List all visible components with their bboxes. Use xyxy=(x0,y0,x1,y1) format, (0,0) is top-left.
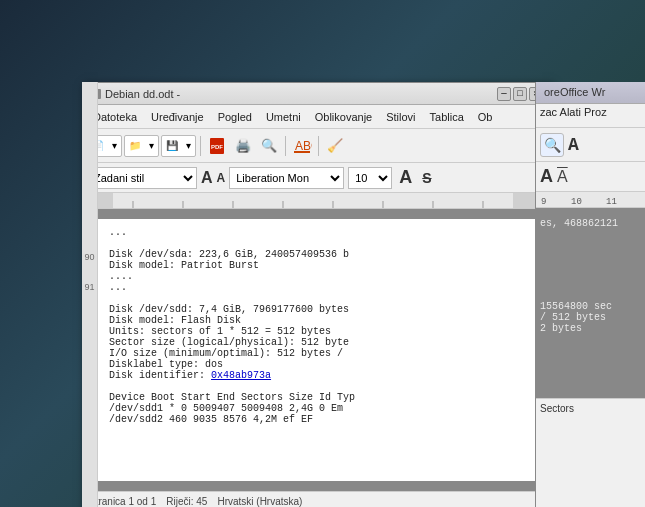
second-toolbar: 🔍 A xyxy=(536,128,645,162)
disk-id-link[interactable]: 0x48ab973a xyxy=(211,370,271,381)
second-line-1: es, 468862121 xyxy=(540,218,641,229)
doc-line-14: Disk identifier: 0x48ab973a xyxy=(109,370,525,381)
save-group: 💾 ▾ xyxy=(161,135,196,157)
svg-text:ABC: ABC xyxy=(295,139,312,153)
doc-line-4: Disk model: Patriot Burst xyxy=(109,260,525,271)
font-size-decrease[interactable]: A xyxy=(217,171,226,185)
second-line-3: / 512 bytes xyxy=(540,312,641,323)
second-ruler: 9 10 11 xyxy=(536,192,645,208)
svg-text:9: 9 xyxy=(541,197,546,207)
doc-line-1: ... xyxy=(109,227,525,238)
second-a2: A xyxy=(557,168,568,186)
doc-line-10: Units: sectors of 1 * 512 = 512 bytes xyxy=(109,326,525,337)
sectors-label-area: Sectors xyxy=(536,398,645,418)
svg-text:PDF: PDF xyxy=(211,144,223,150)
svg-text:11: 11 xyxy=(606,197,617,207)
menu-ob[interactable]: Ob xyxy=(472,109,499,125)
page-count: Stranica 1 od 1 xyxy=(89,496,156,507)
sectors-label: Sectors xyxy=(540,403,574,414)
status-bar: Stranica 1 od 1 Riječi: 45 Hrvatski (Hrv… xyxy=(83,491,551,507)
font-dropdown[interactable]: Liberation Mon xyxy=(229,167,344,189)
preview-button[interactable]: 🔍 xyxy=(257,134,281,158)
doc-table-row1: /dev/sdd1 * 0 5009407 5009408 2,4G 0 Em xyxy=(109,403,525,414)
doc-table-row2: /dev/sdd2 460 9035 8576 4,2M ef EF xyxy=(109,414,525,425)
word-count: Riječi: 45 xyxy=(166,496,207,507)
font-size-dropdown[interactable]: 10 xyxy=(348,167,392,189)
second-font-a: A xyxy=(568,135,579,155)
second-content: es, 468862121 15564800 sec / 512 bytes 2… xyxy=(536,208,645,398)
document-page[interactable]: ... Disk /dev/sda: 223,6 GiB, 2400574095… xyxy=(83,209,551,491)
spellcheck-button[interactable]: ABC xyxy=(290,134,314,158)
second-window-title: oreOffice Wr xyxy=(536,82,645,104)
line-num-1: 90 xyxy=(84,252,94,262)
doc-line-6: ... xyxy=(109,282,525,293)
format-bar: Zadani stil A A Liberation Mon 10 A S xyxy=(83,163,551,193)
menu-pogled[interactable]: Pogled xyxy=(212,109,258,125)
style-dropdown[interactable]: Zadani stil xyxy=(87,167,197,189)
open-file-button[interactable]: 📁 xyxy=(125,138,145,153)
window-title: Debian dd.odt - xyxy=(105,88,180,100)
menu-oblikovanje[interactable]: Oblikovanje xyxy=(309,109,378,125)
title-bar: Debian dd.odt - ─ □ ✕ xyxy=(83,83,551,105)
menu-tablica[interactable]: Tablica xyxy=(424,109,470,125)
font-size-increase[interactable]: A xyxy=(201,169,213,187)
toolbar-sep3 xyxy=(318,136,319,156)
language: Hrvatski (Hrvatska) xyxy=(217,496,302,507)
open-file-group: 📁 ▾ xyxy=(124,135,159,157)
toolbar-sep2 xyxy=(285,136,286,156)
page-content[interactable]: ... Disk /dev/sda: 223,6 GiB, 2400574095… xyxy=(93,219,541,481)
ruler xyxy=(83,193,551,209)
print-button[interactable]: 🖨️ xyxy=(231,134,255,158)
svg-rect-3 xyxy=(83,193,551,209)
line-num-2: 91 xyxy=(84,282,94,292)
menu-umetni[interactable]: Umetni xyxy=(260,109,307,125)
second-menu-bar: zac Alati Proz xyxy=(536,104,645,128)
doc-line-7 xyxy=(109,293,525,304)
doc-line-12: I/O size (minimum/optimal): 512 bytes / xyxy=(109,348,525,359)
doc-line-5: .... xyxy=(109,271,525,282)
toolbar: 📄 ▾ 📁 ▾ 💾 ▾ PDF 🖨️ 🔍 ABC 🧹 xyxy=(83,129,551,163)
menu-bar: Datoteka Uređivanje Pogled Umetni Obliko… xyxy=(83,105,551,129)
doc-table-headers: Device Boot Start End Sectors Size Id Ty… xyxy=(109,392,525,403)
left-panel: 90 91 xyxy=(82,82,98,507)
menu-stilovi[interactable]: Stilovi xyxy=(380,109,421,125)
doc-line-11: Sector size (logical/physical): 512 byte xyxy=(109,337,525,348)
doc-line-3: Disk /dev/sda: 223,6 GiB, 240057409536 b xyxy=(109,249,525,260)
toolbar-sep1 xyxy=(200,136,201,156)
second-line-4: 2 bytes xyxy=(540,323,641,334)
new-file-dropdown[interactable]: ▾ xyxy=(108,138,121,153)
svg-text:10: 10 xyxy=(571,197,582,207)
broom-button[interactable]: 🧹 xyxy=(323,134,347,158)
document-area: ... Disk /dev/sda: 223,6 GiB, 2400574095… xyxy=(83,209,551,491)
menu-uredivanje[interactable]: Uređivanje xyxy=(145,109,210,125)
second-format-bar: A A xyxy=(536,162,645,192)
strikethrough-button[interactable]: S xyxy=(419,170,434,186)
second-line-2: 15564800 sec xyxy=(540,301,641,312)
second-search-btn[interactable]: 🔍 xyxy=(540,133,564,157)
doc-line-2 xyxy=(109,238,525,249)
second-window: oreOffice Wr zac Alati Proz 🔍 A A A 9 10… xyxy=(535,82,645,507)
doc-table-header xyxy=(109,381,525,392)
svg-rect-14 xyxy=(536,192,645,208)
doc-line-8: Disk /dev/sdd: 7,4 GiB, 7969177600 bytes xyxy=(109,304,525,315)
doc-line-9: Disk model: Flash Disk xyxy=(109,315,525,326)
save-button[interactable]: 💾 xyxy=(162,138,182,153)
writer-window: Debian dd.odt - ─ □ ✕ Datoteka Uređivanj… xyxy=(82,82,552,507)
bold-button[interactable]: A xyxy=(396,167,415,188)
save-dropdown[interactable]: ▾ xyxy=(182,138,195,153)
second-a1: A xyxy=(540,166,553,187)
pdf-button[interactable]: PDF xyxy=(205,134,229,158)
open-file-dropdown[interactable]: ▾ xyxy=(145,138,158,153)
doc-line-13: Disklabel type: dos xyxy=(109,359,525,370)
maximize-button[interactable]: □ xyxy=(513,87,527,101)
minimize-button[interactable]: ─ xyxy=(497,87,511,101)
title-bar-left: Debian dd.odt - xyxy=(91,88,180,100)
